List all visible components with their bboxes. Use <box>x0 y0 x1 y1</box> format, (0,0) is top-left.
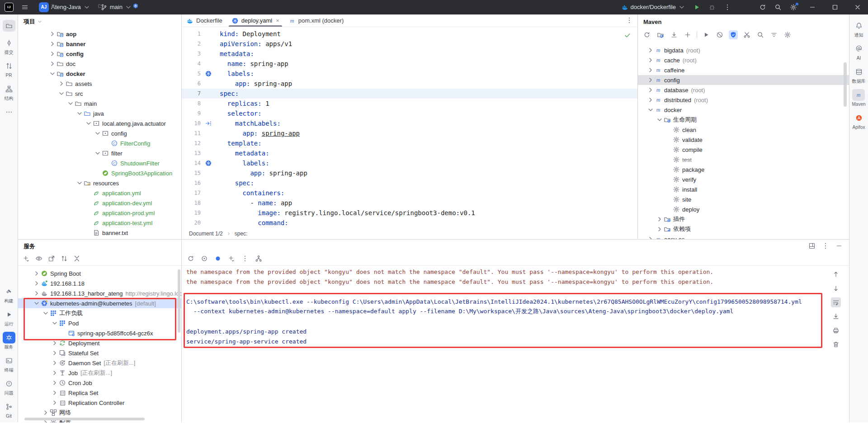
settings-gear-icon[interactable] <box>787 1 800 13</box>
bottom-panel-layout-icon[interactable] <box>808 242 816 251</box>
code-line-11[interactable]: 11 app: spring-app <box>182 128 637 138</box>
code-line-2[interactable]: 2apiVersion: apps/v1 <box>182 39 637 49</box>
services-row-网络[interactable]: 网络 <box>18 408 181 418</box>
code-line-10[interactable]: 10 matchLabels: <box>182 118 637 128</box>
build-tool-button[interactable] <box>3 286 15 297</box>
editor-tab-deploy.yaml[interactable]: deploy.yaml× <box>227 14 284 27</box>
git-tool-button[interactable] <box>3 401 15 413</box>
console-arrow-down-icon[interactable] <box>831 283 841 293</box>
services-collapse-icon[interactable] <box>73 255 80 264</box>
breadcrumb-node[interactable]: spec: <box>235 231 248 237</box>
maven-row-install[interactable]: install <box>638 184 849 194</box>
stripe-item-problems[interactable]: 问题 <box>3 378 15 395</box>
chevron-right-icon[interactable] <box>647 56 654 64</box>
chevron-right-icon[interactable] <box>51 369 58 377</box>
chevron-down-icon[interactable] <box>58 90 65 97</box>
maven-row-caffeine[interactable]: mcaffeine <box>638 65 849 75</box>
kubernetes-gutter-icon[interactable] <box>203 160 214 167</box>
chevron-right-icon[interactable] <box>33 280 40 287</box>
services-row-kubernetes-admin-kubernetes[interactable]: kubernetes-admin@kubernetes[default] <box>18 298 181 308</box>
maven-row-easy-es[interactable]: measy-es <box>638 234 849 239</box>
console-plus-drop-icon[interactable] <box>228 255 235 264</box>
stripe-item-run[interactable]: 运行 <box>3 309 15 326</box>
project-row-filter[interactable]: filter <box>18 148 181 158</box>
navigate-gutter-icon[interactable] <box>203 120 214 127</box>
chevron-right-icon[interactable] <box>51 389 58 396</box>
project-row-java[interactable]: java <box>18 108 181 118</box>
stripe-item-commit[interactable]: 提交 <box>3 37 15 55</box>
code-line-16[interactable]: 16 spec: <box>182 178 637 188</box>
chevron-right-icon[interactable] <box>656 216 663 223</box>
stripe-item-project[interactable] <box>3 20 15 32</box>
inspections-ok-icon[interactable] <box>624 32 631 39</box>
maven-row-docker[interactable]: mdocker <box>638 105 849 115</box>
chevron-down-icon[interactable] <box>76 110 83 117</box>
stripe-item-ai-assistant[interactable]: AI <box>853 43 865 61</box>
chevron-right-icon[interactable] <box>51 359 58 367</box>
stripe-item-apifox[interactable]: Apifox <box>853 112 865 130</box>
maven-row-依赖项[interactable]: 依赖项 <box>638 224 849 234</box>
project-row-aop[interactable]: aop <box>18 29 181 39</box>
services-row-Daemon-Set[interactable]: Daemon Set[正在刷新...] <box>18 358 181 368</box>
chevron-right-icon[interactable] <box>647 66 654 74</box>
main-menu-icon[interactable] <box>18 1 32 13</box>
maven-row-site[interactable]: site <box>638 194 849 204</box>
chevron-right-icon[interactable] <box>647 47 654 54</box>
more-tool-windows-tool-button[interactable] <box>3 106 15 118</box>
chevron-right-icon[interactable] <box>51 379 58 386</box>
console-printer-icon[interactable] <box>831 325 841 335</box>
project-row-assets[interactable]: assets <box>18 79 181 89</box>
debug-button[interactable] <box>705 1 719 13</box>
maven-row-cache[interactable]: mcache(root) <box>638 55 849 65</box>
services-row-Pod[interactable]: Pod <box>18 318 181 328</box>
window-maximize-button[interactable] <box>825 0 845 14</box>
console-arrow-up-icon[interactable] <box>831 269 841 279</box>
services-plus-drop-icon[interactable] <box>23 255 30 264</box>
stripe-item-maven[interactable]: mMaven <box>852 89 865 107</box>
code-line-12[interactable]: 12 template: <box>182 138 637 148</box>
chevron-down-icon[interactable] <box>94 130 101 137</box>
code-line-1[interactable]: 1kind: Deployment <box>182 29 637 39</box>
stripe-item-build[interactable]: 构建 <box>3 286 15 303</box>
services-row-Stateful-Set[interactable]: Stateful Set <box>18 348 181 358</box>
chevron-down-icon[interactable] <box>94 150 101 157</box>
chevron-right-icon[interactable] <box>51 399 58 406</box>
services-row-Replica-Set[interactable]: Replica Set <box>18 388 181 398</box>
chevron-down-icon[interactable] <box>42 310 49 317</box>
chevron-down-icon[interactable] <box>51 320 58 327</box>
maven-cut-icon[interactable] <box>742 30 751 39</box>
project-row-application-prod.yml[interactable]: application-prod.yml <box>18 208 181 218</box>
more-run-options-icon[interactable] <box>721 1 734 13</box>
maven-sync-folder-icon[interactable] <box>656 30 665 39</box>
services-row-Deployment[interactable]: Deployment <box>18 338 181 348</box>
services-row-192.168.1.18[interactable]: 192.168.1.18 <box>18 278 181 288</box>
chevron-right-icon[interactable] <box>58 80 65 87</box>
chevron-right-icon[interactable] <box>647 76 654 84</box>
project-row-resources[interactable]: resources <box>18 178 181 188</box>
chevron-right-icon[interactable] <box>33 270 40 277</box>
project-row-SpringBoot3Application[interactable]: SpringBoot3Application <box>18 168 181 178</box>
code-line-15[interactable]: 15 app: spring-app <box>182 168 637 178</box>
services-vertical-scrollbar[interactable] <box>178 269 180 333</box>
editor-tab-Dockerfile[interactable]: Dockerfile <box>182 14 227 27</box>
project-row-config[interactable]: config <box>18 49 181 59</box>
chevron-down-icon[interactable] <box>647 106 654 113</box>
stripe-item-database[interactable]: 数据库 <box>852 66 866 84</box>
code-line-5[interactable]: 5 labels: <box>182 69 637 79</box>
console-dot-blue-icon[interactable] <box>214 255 222 264</box>
stripe-item-git[interactable]: Git <box>3 401 15 419</box>
chevron-right-icon[interactable] <box>51 339 58 347</box>
maven-shield-icon[interactable] <box>729 30 738 39</box>
code-line-7[interactable]: 7spec: <box>182 89 637 99</box>
maven-row-config[interactable]: mconfig <box>638 75 849 85</box>
maven-row-verify[interactable]: verify <box>638 174 849 184</box>
code-line-8[interactable]: 8 replicas: 1 <box>182 99 637 108</box>
problems-tool-button[interactable] <box>3 378 15 390</box>
chevron-right-icon[interactable] <box>49 50 56 57</box>
commit-tool-button[interactable] <box>3 37 15 49</box>
project-row-src[interactable]: src <box>18 89 181 99</box>
chevron-down-icon[interactable] <box>33 300 40 307</box>
stripe-item-pull-requests[interactable]: PR <box>3 60 15 78</box>
project-row-application-dev.yml[interactable]: application-dev.yml <box>18 198 181 208</box>
console-more-v-icon[interactable] <box>241 255 249 264</box>
